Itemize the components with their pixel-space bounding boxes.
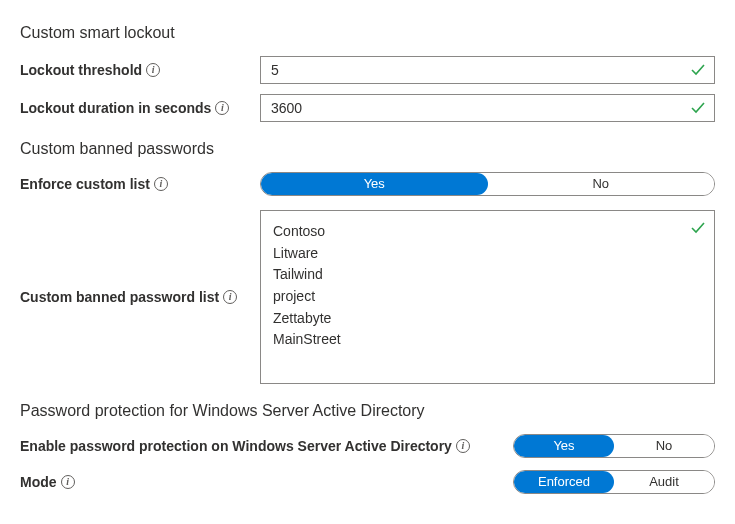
label-banned-list: Custom banned password list i [20, 289, 260, 305]
ad-mode-toggle-enforced[interactable]: Enforced [514, 471, 614, 493]
label-text: Enable password protection on Windows Se… [20, 438, 452, 454]
enforce-toggle: Yes No [260, 172, 715, 196]
enforce-toggle-yes[interactable]: Yes [261, 173, 488, 195]
input-wrap [260, 56, 715, 84]
info-icon[interactable]: i [223, 290, 237, 304]
label-ad-mode: Mode i [20, 474, 75, 490]
label-lockout-duration: Lockout duration in seconds i [20, 100, 260, 116]
info-icon[interactable]: i [215, 101, 229, 115]
enforce-toggle-no[interactable]: No [488, 173, 715, 195]
ad-mode-toggle: Enforced Audit [513, 470, 715, 494]
label-text: Custom banned password list [20, 289, 219, 305]
input-wrap [260, 94, 715, 122]
banned-password-list-input[interactable] [260, 210, 715, 384]
section-heading-lockout: Custom smart lockout [20, 24, 715, 42]
label-lockout-threshold: Lockout threshold i [20, 62, 260, 78]
lockout-threshold-input[interactable] [260, 56, 715, 84]
row-lockout-threshold: Lockout threshold i [20, 56, 715, 84]
ad-enable-toggle-yes[interactable]: Yes [514, 435, 614, 457]
section-heading-banned: Custom banned passwords [20, 140, 715, 158]
ad-enable-toggle-no[interactable]: No [614, 435, 714, 457]
ad-mode-toggle-audit[interactable]: Audit [614, 471, 714, 493]
label-enforce-custom-list: Enforce custom list i [20, 176, 260, 192]
lockout-duration-input[interactable] [260, 94, 715, 122]
toggle-wrap: Yes No [260, 172, 715, 196]
row-ad-enable: Enable password protection on Windows Se… [20, 434, 715, 458]
label-text: Mode [20, 474, 57, 490]
label-text: Enforce custom list [20, 176, 150, 192]
info-icon[interactable]: i [154, 177, 168, 191]
row-ad-mode: Mode i Enforced Audit [20, 470, 715, 494]
row-lockout-duration: Lockout duration in seconds i [20, 94, 715, 122]
textarea-wrap [260, 210, 715, 384]
ad-enable-toggle: Yes No [513, 434, 715, 458]
info-icon[interactable]: i [456, 439, 470, 453]
info-icon[interactable]: i [61, 475, 75, 489]
row-banned-list: Custom banned password list i [20, 210, 715, 384]
row-enforce-custom-list: Enforce custom list i Yes No [20, 172, 715, 196]
info-icon[interactable]: i [146, 63, 160, 77]
section-heading-ad: Password protection for Windows Server A… [20, 402, 715, 420]
label-text: Lockout duration in seconds [20, 100, 211, 116]
label-ad-enable: Enable password protection on Windows Se… [20, 438, 470, 454]
label-text: Lockout threshold [20, 62, 142, 78]
